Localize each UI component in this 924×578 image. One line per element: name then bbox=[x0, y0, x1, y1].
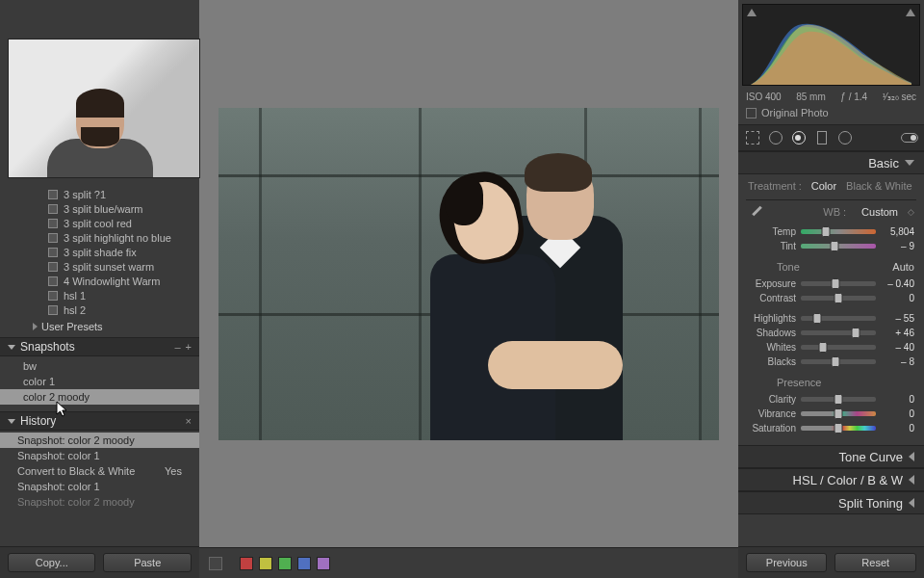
grad-tool[interactable] bbox=[813, 129, 831, 146]
previous-button[interactable]: Previous bbox=[746, 553, 828, 572]
snapshot-item[interactable]: color 1 bbox=[0, 374, 199, 389]
panel-switch[interactable] bbox=[901, 129, 918, 146]
highlights-slider[interactable]: Highlights– 55 bbox=[748, 311, 914, 326]
clarity-slider[interactable]: Clarity0 bbox=[748, 392, 914, 407]
snapshot-item[interactable]: bw bbox=[0, 358, 199, 374]
chevron-down-icon bbox=[8, 419, 15, 424]
exif-readout: ISO 400 85 mm ƒ / 1.4 ¹⁄₃₂₀ sec bbox=[738, 90, 924, 104]
crop-tool[interactable] bbox=[744, 129, 761, 146]
whites-slider[interactable]: Whites– 40 bbox=[748, 340, 914, 355]
tool-strip bbox=[738, 124, 924, 151]
preset-item[interactable]: 3 split highlight no blue bbox=[48, 231, 199, 246]
color-label-yellow[interactable] bbox=[259, 557, 272, 570]
clear-icon[interactable]: × bbox=[186, 415, 192, 427]
app-root: 3 split ?1 3 split blue/warm 3 split coo… bbox=[0, 0, 924, 578]
eyedropper-tool[interactable] bbox=[748, 205, 767, 219]
preset-item[interactable]: hsl 1 bbox=[48, 289, 199, 303]
treatment-label: Treatment : bbox=[748, 180, 802, 192]
toolbar-bottom bbox=[199, 547, 738, 578]
basic-panel: Treatment : Color Black & White WB : Cus… bbox=[738, 174, 924, 445]
color-label-purple[interactable] bbox=[317, 557, 330, 570]
snapshots-header[interactable]: Snapshots – + bbox=[0, 337, 199, 356]
chevron-left-icon bbox=[909, 475, 914, 485]
snapshot-item[interactable]: color 2 moody bbox=[0, 389, 199, 405]
color-label-red[interactable] bbox=[240, 557, 253, 570]
history-list: Snapshot: color 2 moody Snapshot: color … bbox=[0, 431, 199, 546]
shadows-slider[interactable]: Shadows+ 46 bbox=[748, 326, 914, 340]
history-item[interactable]: Snapshot: color 2 moody bbox=[0, 433, 199, 448]
right-panel: ISO 400 85 mm ƒ / 1.4 ¹⁄₃₂₀ sec Original… bbox=[738, 0, 924, 578]
chevron-down-icon bbox=[905, 160, 914, 166]
reset-button[interactable]: Reset bbox=[834, 553, 916, 572]
paste-button[interactable]: Paste bbox=[103, 553, 191, 572]
basic-panel-header[interactable]: Basic bbox=[738, 151, 924, 174]
webcam-overlay bbox=[8, 39, 200, 178]
user-presets-folder[interactable]: User Presets bbox=[0, 321, 199, 332]
preset-item[interactable]: 3 split cool red bbox=[48, 217, 199, 231]
treatment-color[interactable]: Color bbox=[811, 180, 836, 192]
presence-label: Presence bbox=[777, 377, 821, 388]
preset-item[interactable]: hsl 2 bbox=[48, 303, 199, 318]
preset-item[interactable]: 3 split sunset warm bbox=[48, 260, 199, 275]
dropdown-icon: ◇ bbox=[908, 207, 914, 217]
redeye-tool[interactable] bbox=[790, 129, 808, 146]
filter-toggle[interactable] bbox=[209, 557, 222, 570]
snapshot-list: bw color 1 color 2 moody bbox=[0, 356, 199, 407]
split-toning-header[interactable]: Split Toning bbox=[738, 491, 924, 514]
copy-button[interactable]: Copy... bbox=[8, 553, 95, 572]
preset-list: 3 split ?1 3 split blue/warm 3 split coo… bbox=[0, 188, 199, 318]
histogram[interactable] bbox=[742, 4, 920, 86]
photo-preview[interactable] bbox=[218, 108, 719, 440]
saturation-slider[interactable]: Saturation0 bbox=[748, 421, 914, 435]
preset-item[interactable]: 3 split shade fix bbox=[48, 246, 199, 260]
preset-item[interactable]: 3 split ?1 bbox=[48, 188, 199, 202]
history-item[interactable]: Convert to Black & WhiteYes bbox=[0, 463, 199, 479]
shadow-clip-icon[interactable] bbox=[747, 9, 757, 16]
left-panel: 3 split ?1 3 split blue/warm 3 split coo… bbox=[0, 0, 199, 578]
color-label-blue[interactable] bbox=[297, 557, 311, 570]
original-photo-toggle[interactable]: Original Photo bbox=[738, 104, 924, 124]
checkbox-icon bbox=[746, 108, 757, 118]
color-label-green[interactable] bbox=[278, 557, 292, 570]
auto-button[interactable]: Auto bbox=[892, 261, 914, 273]
chevron-left-icon bbox=[909, 452, 914, 461]
highlight-clip-icon[interactable] bbox=[906, 9, 915, 16]
tone-label: Tone bbox=[777, 261, 800, 273]
radial-tool[interactable] bbox=[836, 129, 854, 146]
hsl-header[interactable]: HSL / Color / B & W bbox=[738, 468, 924, 491]
vibrance-slider[interactable]: Vibrance0 bbox=[748, 407, 914, 421]
tone-curve-header[interactable]: Tone Curve bbox=[738, 445, 924, 468]
chevron-right-icon bbox=[33, 323, 38, 330]
tint-slider[interactable]: Tint– 9 bbox=[748, 239, 914, 253]
center-canvas bbox=[199, 0, 738, 578]
blacks-slider[interactable]: Blacks– 8 bbox=[748, 355, 914, 369]
history-item[interactable]: Snapshot: color 1 bbox=[0, 479, 199, 494]
preset-item[interactable]: 3 split blue/warm bbox=[48, 202, 199, 217]
preset-item[interactable]: 4 Windowlight Warm bbox=[48, 275, 199, 289]
history-item[interactable]: Snapshot: color 1 bbox=[0, 448, 199, 463]
plus-icon[interactable]: + bbox=[186, 341, 192, 353]
exposure-slider[interactable]: Exposure– 0.40 bbox=[748, 276, 914, 291]
contrast-slider[interactable]: Contrast0 bbox=[748, 291, 914, 305]
history-item[interactable]: Snapshot: color 2 moody bbox=[0, 494, 199, 510]
temp-slider[interactable]: Temp5,804 bbox=[748, 224, 914, 239]
spot-tool[interactable] bbox=[767, 129, 784, 146]
wb-dropdown[interactable]: Custom bbox=[861, 206, 898, 218]
treatment-bw[interactable]: Black & White bbox=[846, 180, 911, 192]
history-header[interactable]: History × bbox=[0, 411, 199, 431]
wb-label: WB : bbox=[823, 206, 846, 218]
chevron-left-icon bbox=[909, 498, 914, 508]
chevron-down-icon bbox=[8, 345, 15, 350]
minus-icon[interactable]: – bbox=[174, 341, 180, 353]
